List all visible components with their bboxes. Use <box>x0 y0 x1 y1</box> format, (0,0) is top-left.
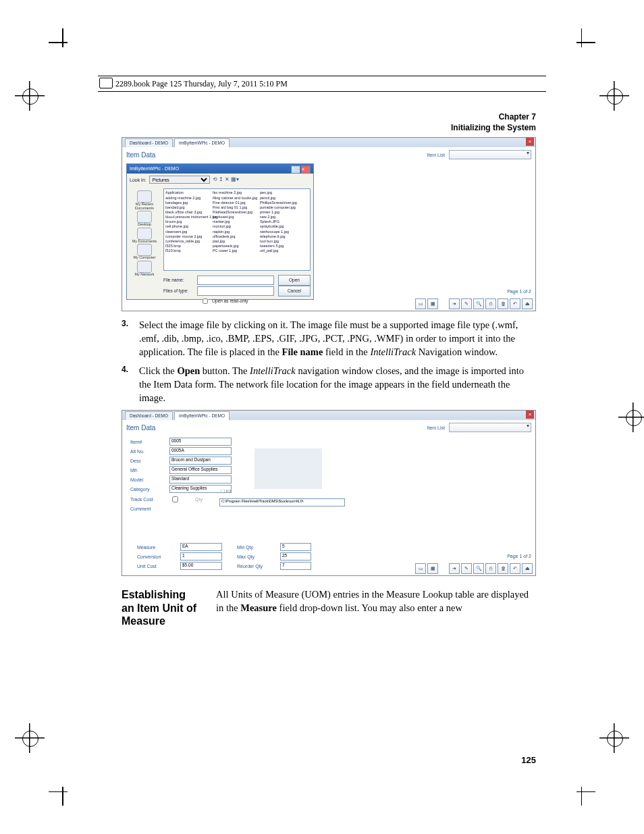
toolbar-search-icon[interactable]: 🔍 <box>473 563 484 574</box>
field-item-no[interactable]: 0005 <box>169 438 232 446</box>
field-alt-no[interactable]: 0005A <box>169 447 232 455</box>
toolbar-search-icon[interactable]: 🔍 <box>473 298 484 309</box>
toolbar-grid-icon[interactable]: ▦ <box>427 298 438 309</box>
field-conversion[interactable]: 1 <box>180 552 222 561</box>
open-readonly-label: Open as read-only <box>212 298 248 305</box>
crop-mark <box>55 35 80 59</box>
toolbar-undo-icon[interactable]: ↶ <box>510 563 520 574</box>
cancel-button[interactable]: Cancel <box>278 286 311 296</box>
toolbar-close-icon[interactable]: ⏏ <box>522 563 533 574</box>
label-unit-cost: Unit Cost <box>137 563 180 569</box>
header-meta-bar: 2289.book Page 125 Thursday, July 7, 201… <box>98 76 546 92</box>
field-model[interactable]: Standard <box>169 475 232 484</box>
label-measure: Measure <box>137 544 180 550</box>
close-icon[interactable]: × <box>526 411 534 419</box>
dialog-help-button[interactable]: ? <box>291 165 300 174</box>
page-indicator: Page 1 of 2 <box>507 553 531 559</box>
toolbar-print-icon[interactable]: ⎙ <box>485 298 496 309</box>
label-alt-no: Alt No. <box>130 448 169 454</box>
record-toolbar: ▭ ▦ ➔ ✎ 🔍 ⎙ 🗑 ↶ ⏏ <box>415 298 533 309</box>
toolbar-new-icon[interactable]: ▭ <box>415 298 426 309</box>
place-mydocs[interactable]: My Documents <box>132 227 157 244</box>
label-min-qty: Min Qty <box>237 544 280 550</box>
field-desc[interactable]: Broom and Dustpan <box>169 457 232 465</box>
place-desktop[interactable]: Desktop <box>137 210 152 227</box>
item-list-dropdown[interactable] <box>449 150 531 159</box>
label-item-no: Item# <box>130 439 169 445</box>
label-conversion: Conversion <box>137 554 180 560</box>
step-4: 4. Click the Open button. The IntelliTra… <box>122 364 536 405</box>
file-type-label: Files of type: <box>163 288 197 294</box>
label-desc: Desc <box>130 458 169 464</box>
toolbar-grid-icon[interactable]: ▦ <box>427 563 438 574</box>
dialog-close-button[interactable]: × <box>301 165 311 174</box>
toolbar-next-icon[interactable]: ➔ <box>449 563 460 574</box>
registration-mark <box>599 723 629 753</box>
field-unit-cost[interactable]: $5.00 <box>180 562 222 570</box>
label-reorder-qty: Reorder Qty <box>237 563 280 569</box>
item-list-label: Item List <box>427 152 445 158</box>
label-max-qty: Max Qty <box>237 554 280 560</box>
step-number: 4. <box>122 364 139 405</box>
item-list-label: Item List <box>427 425 445 431</box>
registration-mark <box>618 402 644 432</box>
toolbar-delete-icon[interactable]: 🗑 <box>498 298 508 309</box>
toolbar-close-icon[interactable]: ⏏ <box>522 298 533 309</box>
kit-checkbox-area[interactable]: ☐ Kit <box>221 489 231 495</box>
crop-mark <box>55 775 80 799</box>
look-in-label: Look in: <box>130 177 146 183</box>
tab-imbyitemwpic[interactable]: ImByItemWPic - DEMO <box>174 411 230 421</box>
place-recent[interactable]: My Recent Documents <box>128 190 161 210</box>
chapter-title: Initializing the System <box>122 122 536 133</box>
open-readonly-checkbox[interactable] <box>203 298 208 304</box>
field-reorder-qty[interactable]: 7 <box>280 562 311 570</box>
step-number: 3. <box>122 318 139 359</box>
step-text: Select the image file by clicking on it.… <box>139 318 536 359</box>
form-title: Item Data <box>126 423 155 433</box>
header-meta-text: 2289.book Page 125 Thursday, July 7, 201… <box>115 79 288 88</box>
toolbar-icons[interactable]: ⟲ ↥ ✕ ▦▾ <box>213 176 240 184</box>
field-min-qty[interactable]: 5 <box>280 543 311 551</box>
registration-mark <box>15 723 45 753</box>
label-model: Model <box>130 477 169 483</box>
file-type-dropdown[interactable] <box>197 286 274 296</box>
screenshot-item-data-open-dialog: Dashboard - DEMO ImByItemWPic - DEMO × I… <box>122 137 536 311</box>
section-body: All Units of Measure (UOM) entries in th… <box>216 588 536 627</box>
checkbox-track-cost[interactable] <box>172 496 178 502</box>
toolbar-edit-icon[interactable]: ✎ <box>461 563 472 574</box>
crop-mark <box>564 775 589 799</box>
open-button[interactable]: Open <box>278 275 311 286</box>
step-text: Click the Open button. The IntelliTrack … <box>139 364 536 405</box>
field-measure[interactable]: EA <box>180 543 222 551</box>
file-list[interactable]: Applicationadding machine 2.jpg bandages… <box>163 188 311 271</box>
place-mycomputer[interactable]: My Computer <box>133 243 155 260</box>
image-path-field[interactable]: C:\Program Files\IntelliTrack\DMS\Stockr… <box>219 498 345 506</box>
label-qty: Qty <box>195 496 203 502</box>
step-3: 3. Select the image file by clicking on … <box>122 318 536 359</box>
toolbar-delete-icon[interactable]: 🗑 <box>498 563 508 574</box>
look-in-dropdown[interactable]: Pictures <box>149 176 210 184</box>
toolbar-edit-icon[interactable]: ✎ <box>461 298 472 309</box>
place-mynetwork[interactable]: My Network <box>134 260 154 277</box>
crop-mark <box>564 35 589 59</box>
toolbar-new-icon[interactable]: ▭ <box>415 563 426 574</box>
label-track-cost: Track Cost <box>130 496 169 502</box>
field-mfr[interactable]: General Office Supplies <box>169 466 232 474</box>
record-toolbar: ▭ ▦ ➔ ✎ 🔍 ⎙ 🗑 ↶ ⏏ <box>415 563 533 574</box>
item-list-dropdown[interactable] <box>449 423 531 432</box>
section-heading: Establishing an Item Unit of Measure <box>122 588 216 627</box>
toolbar-undo-icon[interactable]: ↶ <box>510 298 520 309</box>
toolbar-print-icon[interactable]: ⎙ <box>485 563 496 574</box>
file-name-input[interactable] <box>197 276 274 285</box>
field-max-qty[interactable]: 25 <box>280 552 311 561</box>
label-category: Category <box>130 486 169 492</box>
toolbar-next-icon[interactable]: ➔ <box>449 298 460 309</box>
tab-dashboard[interactable]: Dashboard - DEMO <box>125 411 173 421</box>
label-comment: Comment <box>130 506 169 512</box>
tab-dashboard[interactable]: Dashboard - DEMO <box>125 138 173 148</box>
item-image-thumbnail <box>254 448 322 489</box>
places-bar: My Recent Documents Desktop My Documents… <box>128 190 161 298</box>
close-icon[interactable]: × <box>526 138 534 146</box>
registration-mark <box>599 81 629 111</box>
tab-imbyitemwpic[interactable]: ImByItemWPic - DEMO <box>174 138 230 148</box>
